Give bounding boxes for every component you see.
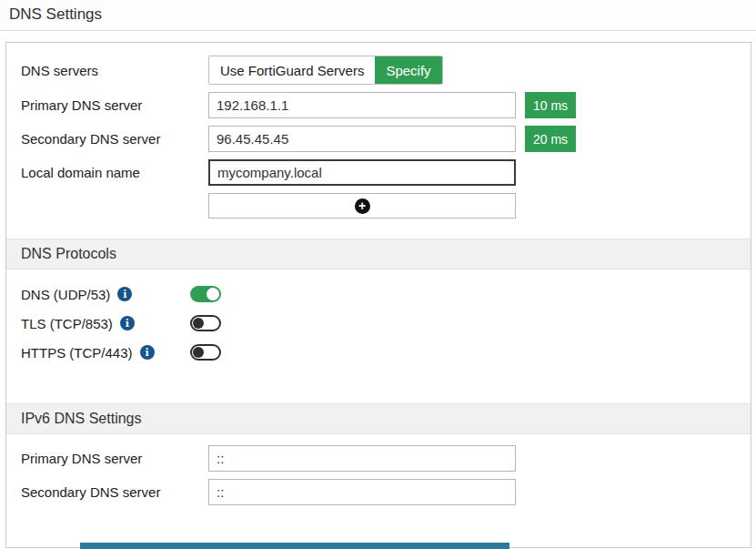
secondary-dns-input[interactable]	[208, 126, 516, 152]
specify-button[interactable]: Specify	[375, 56, 441, 84]
protocol-tls-tcp-labelwrap: TLS (TCP/853) i	[21, 316, 190, 331]
primary-dns-row: Primary DNS server 10 ms	[6, 92, 751, 118]
secondary-dns-label: Secondary DNS server	[21, 131, 208, 147]
local-domain-label: Local domain name	[21, 165, 208, 180]
page-header: DNS Settings	[0, 0, 756, 31]
protocol-row-tls-tcp: TLS (TCP/853) i	[6, 309, 751, 338]
use-fortiguard-servers-button[interactable]: Use FortiGuard Servers	[209, 56, 375, 84]
protocol-row-https-tcp: HTTPS (TCP/443) i	[6, 338, 751, 367]
info-icon[interactable]: i	[140, 345, 155, 360]
protocol-dns-udp-label: DNS (UDP/53)	[21, 287, 110, 302]
add-domain-row: +	[6, 193, 751, 219]
protocol-https-tcp-label: HTTPS (TCP/443)	[21, 345, 133, 361]
primary-dns-input[interactable]	[208, 92, 516, 118]
tls-tcp-toggle[interactable]	[190, 315, 221, 331]
local-domain-input[interactable]	[208, 159, 516, 186]
dns-protocols-header: DNS Protocols	[6, 239, 751, 269]
dns-servers-row: DNS servers Use FortiGuard Servers Speci…	[6, 56, 751, 85]
ipv6-primary-dns-input[interactable]	[208, 445, 516, 472]
primary-dns-latency-badge: 10 ms	[525, 92, 576, 118]
local-domain-row: Local domain name	[6, 159, 751, 186]
ipv6-primary-dns-label: Primary DNS server	[21, 451, 208, 466]
dns-servers-segmented-control: Use FortiGuard Servers Specify	[208, 56, 443, 85]
protocol-row-dns-udp: DNS (UDP/53) i	[6, 280, 751, 309]
protocol-tls-tcp-label: TLS (TCP/853)	[21, 316, 113, 331]
protocol-dns-udp-labelwrap: DNS (UDP/53) i	[21, 287, 190, 302]
dns-udp-toggle[interactable]	[190, 286, 221, 302]
info-icon[interactable]: i	[120, 316, 135, 330]
add-domain-button[interactable]: +	[208, 193, 516, 219]
ipv6-rows: Primary DNS server Secondary DNS server	[6, 434, 751, 505]
ipv6-dns-settings-header: IPv6 DNS Settings	[6, 403, 751, 434]
primary-dns-label: Primary DNS server	[21, 97, 208, 113]
secondary-dns-row: Secondary DNS server 20 ms	[6, 126, 751, 152]
https-tcp-toggle[interactable]	[190, 344, 221, 361]
ipv6-primary-dns-row: Primary DNS server	[6, 445, 751, 472]
secondary-dns-latency-badge: 20 ms	[525, 126, 576, 152]
ipv6-secondary-dns-row: Secondary DNS server	[6, 479, 751, 505]
dns-servers-label: DNS servers	[21, 63, 208, 78]
horizontal-scrollbar-thumb[interactable]	[80, 543, 509, 549]
protocol-https-tcp-labelwrap: HTTPS (TCP/443) i	[21, 345, 190, 361]
plus-icon: +	[355, 198, 370, 214]
dns-settings-panel: DNS servers Use FortiGuard Servers Speci…	[5, 42, 751, 548]
ipv6-secondary-dns-input[interactable]	[208, 479, 516, 505]
page-title: DNS Settings	[9, 5, 745, 24]
ipv6-secondary-dns-label: Secondary DNS server	[21, 484, 208, 500]
dns-protocols-list: DNS (UDP/53) i TLS (TCP/853) i HTTPS (TC…	[6, 269, 751, 367]
info-icon[interactable]: i	[117, 287, 132, 301]
